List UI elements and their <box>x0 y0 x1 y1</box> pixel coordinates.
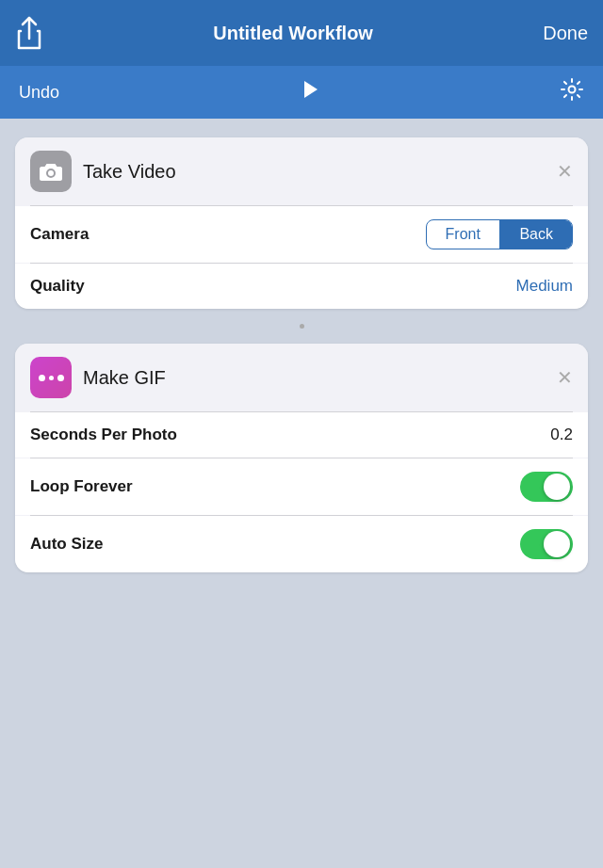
quality-label: Quality <box>30 277 85 296</box>
svg-marker-0 <box>304 81 318 98</box>
take-video-label: Take Video <box>83 161 176 183</box>
camera-icon <box>30 151 72 192</box>
seconds-per-photo-row: Seconds Per Photo 0.2 <box>15 412 588 458</box>
workflow-title: Untitled Workflow <box>213 23 373 44</box>
content-area: Take Video ✕ Camera Front Back Quality M… <box>0 119 603 591</box>
take-video-card-header: Take Video ✕ <box>15 137 588 205</box>
app-header: Untitled Workflow Done <box>0 0 603 66</box>
make-gif-close-button[interactable]: ✕ <box>557 366 573 389</box>
loop-forever-toggle[interactable] <box>520 472 573 502</box>
gif-dots <box>39 375 64 381</box>
share-button[interactable] <box>15 16 43 50</box>
make-gif-label: Make GIF <box>83 367 166 389</box>
svg-point-1 <box>569 87 576 93</box>
svg-point-2 <box>48 170 54 176</box>
toolbar: Undo <box>0 66 603 119</box>
gif-icon <box>30 357 72 398</box>
seconds-per-photo-label: Seconds Per Photo <box>30 426 177 444</box>
scroll-dot <box>300 324 304 329</box>
take-video-close-button[interactable]: ✕ <box>557 160 573 183</box>
gif-dot-2 <box>49 376 54 380</box>
auto-size-row: Auto Size <box>15 516 588 572</box>
loop-forever-knob <box>544 474 570 500</box>
undo-button[interactable]: Undo <box>19 83 59 103</box>
done-button[interactable]: Done <box>543 23 588 44</box>
scroll-indicator <box>15 320 588 332</box>
gif-dot-3 <box>57 375 64 381</box>
loop-forever-label: Loop Forever <box>30 477 133 496</box>
take-video-card: Take Video ✕ Camera Front Back Quality M… <box>15 137 588 309</box>
camera-label: Camera <box>30 225 89 244</box>
camera-segmented-control[interactable]: Front Back <box>426 219 573 249</box>
gif-dot-1 <box>39 375 45 381</box>
camera-front-button[interactable]: Front <box>427 220 499 249</box>
play-button[interactable] <box>299 78 321 106</box>
auto-size-toggle[interactable] <box>520 529 573 559</box>
loop-forever-row: Loop Forever <box>15 458 588 515</box>
make-gif-card: Make GIF ✕ Seconds Per Photo 0.2 Loop Fo… <box>15 344 588 572</box>
make-gif-card-header: Make GIF ✕ <box>15 344 588 411</box>
settings-button[interactable] <box>560 77 584 107</box>
seconds-per-photo-value: 0.2 <box>550 426 573 444</box>
quality-value[interactable]: Medium <box>516 277 573 296</box>
quality-row: Quality Medium <box>15 264 588 309</box>
auto-size-knob <box>544 531 570 557</box>
camera-row: Camera Front Back <box>15 206 588 263</box>
camera-back-button[interactable]: Back <box>500 220 572 249</box>
auto-size-label: Auto Size <box>30 535 103 554</box>
